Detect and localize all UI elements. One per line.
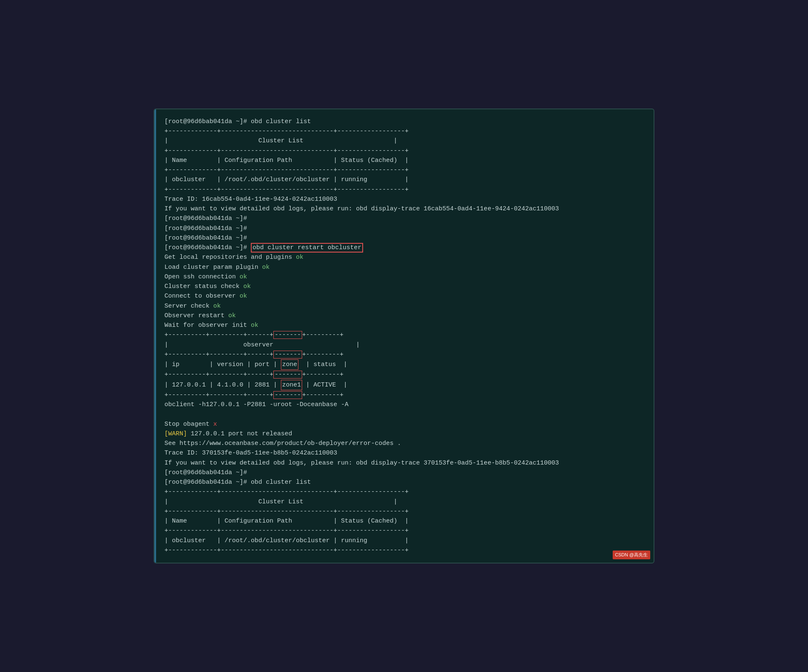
terminal-content: [root@96d6bab041da ~]# obd cluster list … <box>163 117 645 555</box>
line-b3: | Cluster List | <box>164 497 645 507</box>
if-line-1: If you want to view detailed obd logs, p… <box>164 204 645 214</box>
obs-header: | ip | version | port | zone | status | <box>164 359 645 370</box>
line-3: | Cluster List | <box>164 136 645 146</box>
line-b2: +-------------+-------------------------… <box>164 487 645 497</box>
line-5: | Name | Configuration Path | Status (Ca… <box>164 156 645 165</box>
blank-line <box>164 409 645 419</box>
line-7: | obcluster | /root/.obd/cluster/obclust… <box>164 175 645 184</box>
obs-table-7: +----------+---------+------+-------+---… <box>164 390 645 400</box>
line-b6: +-------------+-------------------------… <box>164 526 645 536</box>
stop-line: Stop obagent x <box>164 419 645 429</box>
prompt-4: [root@96d6bab041da ~]# <box>164 468 645 477</box>
highlighted-command: obd cluster restart obcluster <box>251 243 363 253</box>
line-1: [root@96d6bab041da ~]# obd cluster list <box>164 117 645 126</box>
line-b4: +-------------+-------------------------… <box>164 507 645 516</box>
line-8: +-------------+-------------------------… <box>164 185 645 195</box>
ok-line-3: Open ssh connection ok <box>164 272 645 282</box>
obs-table-2: | observer | <box>164 340 645 350</box>
prompt-3: [root@96d6bab041da ~]# <box>164 233 645 243</box>
ok-line-6: Server check ok <box>164 301 645 311</box>
ok-line-4: Cluster status check ok <box>164 282 645 291</box>
ok-line-8: Wait for observer init ok <box>164 321 645 330</box>
if-line-2: If you want to view detailed obd logs, p… <box>164 458 645 468</box>
prompt-2: [root@96d6bab041da ~]# <box>164 224 645 233</box>
obclient-cmd: obclient -h127.0.0.1 -P2881 -uroot -Doce… <box>164 400 645 409</box>
trace-line-2: Trace ID: 370153fe-0ad5-11ee-b8b5-0242ac… <box>164 448 645 458</box>
obs-table-5: +----------+---------+------+-------+---… <box>164 370 645 379</box>
prompt-1: [root@96d6bab041da ~]# <box>164 214 645 223</box>
line-4: +-------------+-------------------------… <box>164 146 645 156</box>
obs-table-1: +----------+---------+------+-------+---… <box>164 330 645 340</box>
ok-line-2: Load cluster param plugin ok <box>164 263 645 272</box>
line-b5: | Name | Configuration Path | Status (Ca… <box>164 516 645 526</box>
line-6: +-------------+-------------------------… <box>164 165 645 175</box>
obs-table-3: +----------+---------+------+-------+---… <box>164 350 645 359</box>
trace-line-1: Trace ID: 16cab554-0ad4-11ee-9424-0242ac… <box>164 195 645 204</box>
line-2: +-------------+-------------------------… <box>164 126 645 136</box>
csdn-badge: CSDN @高先生 <box>613 551 650 559</box>
ok-line-7: Observer restart ok <box>164 311 645 321</box>
ok-line-5: Connect to observer ok <box>164 291 645 301</box>
terminal-window: [root@96d6bab041da ~]# obd cluster list … <box>154 109 654 563</box>
prompt-5: [root@96d6bab041da ~]# obd cluster list <box>164 477 645 487</box>
line-b7: | obcluster | /root/.obd/cluster/obclust… <box>164 536 645 546</box>
cmd-line: [root@96d6bab041da ~]# obd cluster resta… <box>164 243 645 253</box>
see-line: See https://www.oceanbase.com/product/ob… <box>164 439 645 448</box>
obs-data: | 127.0.0.1 | 4.1.0.0 | 2881 | zone1 | A… <box>164 380 645 390</box>
left-accent <box>154 109 156 563</box>
warn-line: [WARN] 127.0.0.1 port not released <box>164 429 645 439</box>
ok-line-1: Get local repositories and plugins ok <box>164 253 645 262</box>
line-b8: +-------------+-------------------------… <box>164 546 645 555</box>
